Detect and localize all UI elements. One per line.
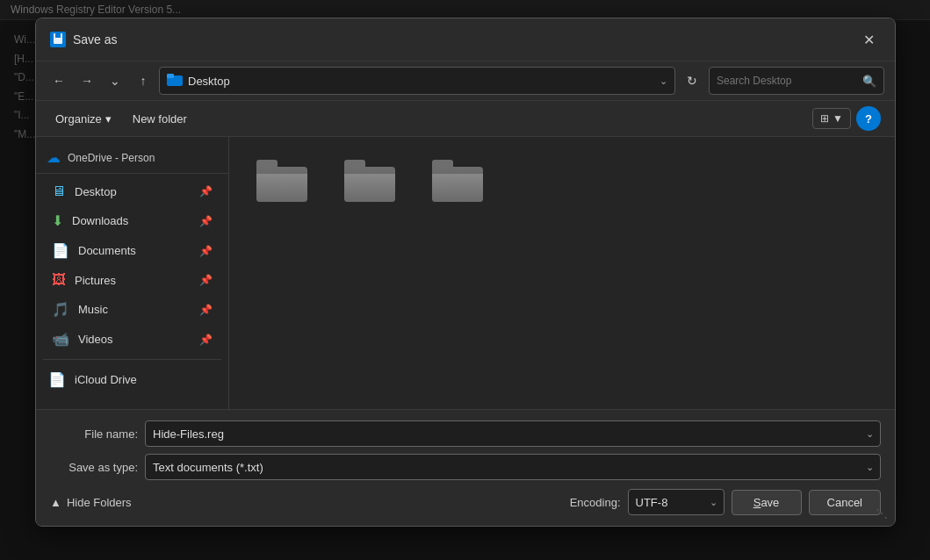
icloud-label: iCloud Drive	[75, 373, 137, 386]
filename-input[interactable]	[145, 420, 881, 447]
search-bar: 🔍	[709, 67, 884, 95]
sidebar-documents-label: Documents	[78, 244, 136, 257]
close-button[interactable]: ✕	[856, 27, 881, 52]
view-icon: ⊞	[820, 112, 829, 125]
action-bar-left: Organize ▾ New folder	[50, 109, 192, 129]
icloud-icon: 📄	[48, 371, 66, 388]
new-folder-button[interactable]: New folder	[127, 109, 192, 129]
sidebar-item-left: ⬇ Downloads	[52, 212, 128, 229]
savetype-label: Save as type:	[50, 461, 138, 474]
music-icon: 🎵	[52, 301, 69, 318]
dialog-titlebar: Save as ✕	[36, 18, 895, 61]
encoding-select[interactable]: UTF-8 UTF-16 LE UTF-16 BE ANSI	[628, 489, 725, 515]
sidebar-music-label: Music	[78, 303, 108, 316]
sidebar-videos-label: Videos	[78, 333, 113, 346]
savetype-input[interactable]	[145, 454, 881, 480]
sidebar-pictures-label: Pictures	[75, 274, 116, 287]
dialog-title: Save as	[73, 32, 118, 47]
path-bar[interactable]: Desktop ⌄	[159, 67, 675, 95]
documents-icon: 📄	[52, 242, 69, 259]
folder-icon-3	[432, 160, 483, 202]
filename-label: File name:	[50, 427, 138, 441]
search-input[interactable]	[717, 75, 857, 87]
sidebar: ☁ OneDrive - Person 🖥 Desktop 📌 ⬇ Downlo…	[36, 137, 229, 409]
up-button[interactable]: ↑	[131, 68, 155, 93]
sidebar-item-music[interactable]: 🎵 Music 📌	[40, 295, 225, 324]
onedrive-label: OneDrive - Person	[68, 152, 155, 164]
sidebar-item-left: 🎵 Music	[52, 301, 108, 318]
svg-rect-2	[55, 33, 61, 38]
file-area	[229, 137, 895, 409]
folder-front-1	[256, 174, 307, 202]
sidebar-item-icloud[interactable]: 📄 iCloud Drive	[36, 365, 228, 394]
sidebar-item-left: 🖼 Pictures	[52, 272, 116, 288]
sidebar-item-pictures[interactable]: 🖼 Pictures 📌	[40, 266, 225, 294]
downloads-pin-icon: 📌	[199, 215, 213, 227]
toolbar: ← → ⌄ ↑ Desktop ⌄ ↻ 🔍	[36, 61, 895, 101]
resize-handle[interactable]: ⋱	[876, 506, 888, 521]
search-icon: 🔍	[862, 75, 876, 88]
sidebar-item-desktop[interactable]: 🖥 Desktop 📌	[40, 177, 225, 205]
filename-input-wrapper: ⌄	[145, 420, 881, 447]
encoding-label: Encoding:	[570, 496, 621, 509]
sidebar-item-documents[interactable]: 📄 Documents 📌	[40, 236, 225, 265]
dialog-bottom: File name: ⌄ Save as type: ⌄ ▲ Hide Fold…	[36, 409, 895, 526]
organize-label: Organize	[55, 112, 102, 126]
organize-button[interactable]: Organize ▾	[50, 109, 117, 129]
hide-folders-button[interactable]: ▲ Hide Folders	[50, 496, 132, 509]
sidebar-item-videos[interactable]: 📹 Videos 📌	[40, 325, 225, 354]
forward-button[interactable]: →	[75, 68, 99, 93]
onedrive-icon: ☁	[47, 149, 61, 166]
hide-folders-label: Hide Folders	[67, 496, 132, 509]
filename-row: File name: ⌄	[50, 420, 881, 447]
refresh-button[interactable]: ↻	[679, 67, 705, 95]
folder-item-1[interactable]	[247, 154, 317, 212]
sidebar-item-left: 📄 Documents	[52, 242, 136, 259]
path-folder-icon	[167, 72, 183, 90]
hide-folders-icon: ▲	[50, 496, 61, 509]
save-label: Save	[753, 496, 780, 509]
savetype-row: Save as type: ⌄	[50, 454, 881, 480]
sidebar-item-left: 🖥 Desktop	[52, 183, 117, 199]
svg-rect-4	[167, 74, 174, 78]
folder-icon-2	[344, 160, 395, 202]
documents-pin-icon: 📌	[199, 245, 213, 257]
organize-arrow-icon: ▾	[105, 112, 112, 126]
save-dialog-icon	[50, 32, 66, 47]
title-left: Save as	[50, 32, 118, 47]
pictures-icon: 🖼	[52, 272, 66, 288]
view-button[interactable]: ⊞ ▼	[812, 108, 851, 129]
back-button[interactable]: ←	[47, 68, 71, 93]
recent-locations-button[interactable]: ⌄	[103, 68, 127, 93]
form-actions: ▲ Hide Folders Encoding: UTF-8 UTF-16 LE…	[50, 489, 881, 515]
action-bar: Organize ▾ New folder ⊞ ▼ ?	[36, 101, 895, 137]
desktop-icon: 🖥	[52, 183, 66, 199]
videos-icon: 📹	[52, 331, 69, 348]
sidebar-separator	[43, 359, 221, 360]
folder-item-2[interactable]	[335, 154, 405, 212]
folder-front-2	[344, 174, 395, 202]
path-dropdown-arrow: ⌄	[660, 75, 667, 87]
sidebar-desktop-label: Desktop	[75, 185, 117, 198]
action-bar-right: ⊞ ▼ ?	[812, 106, 881, 131]
view-arrow-icon: ▼	[833, 112, 843, 125]
onedrive-section: ☁ OneDrive - Person	[36, 142, 228, 174]
sidebar-item-left: 📹 Videos	[52, 331, 113, 348]
cancel-button[interactable]: Cancel	[809, 490, 881, 515]
downloads-icon: ⬇	[52, 212, 63, 229]
music-pin-icon: 📌	[199, 304, 213, 316]
path-text: Desktop	[188, 75, 654, 88]
videos-pin-icon: 📌	[199, 334, 213, 346]
save-as-dialog: Save as ✕ ← → ⌄ ↑ Desktop ⌄ ↻ 🔍	[35, 18, 896, 527]
save-button[interactable]: Save	[732, 490, 802, 515]
folder-item-3[interactable]	[422, 154, 493, 212]
help-button[interactable]: ?	[856, 106, 881, 131]
desktop-pin-icon: 📌	[199, 185, 213, 197]
buttons-section: Save Cancel	[732, 490, 881, 515]
savetype-input-wrapper: ⌄	[145, 454, 881, 480]
folder-front-3	[432, 174, 483, 202]
folder-icon-1	[256, 160, 307, 202]
pictures-pin-icon: 📌	[199, 274, 213, 286]
sidebar-item-downloads[interactable]: ⬇ Downloads 📌	[40, 206, 225, 235]
dialog-body: ☁ OneDrive - Person 🖥 Desktop 📌 ⬇ Downlo…	[36, 137, 895, 409]
